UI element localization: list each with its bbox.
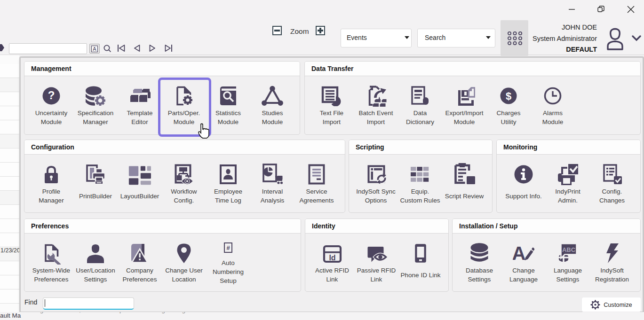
svg-text:#: # — [226, 244, 230, 251]
svg-text:ABC: ABC — [562, 246, 576, 253]
svg-text:$: $ — [506, 90, 511, 102]
svg-text:?: ? — [48, 89, 55, 101]
svg-text:A: A — [513, 243, 525, 264]
svg-text:Id: Id — [329, 254, 335, 262]
